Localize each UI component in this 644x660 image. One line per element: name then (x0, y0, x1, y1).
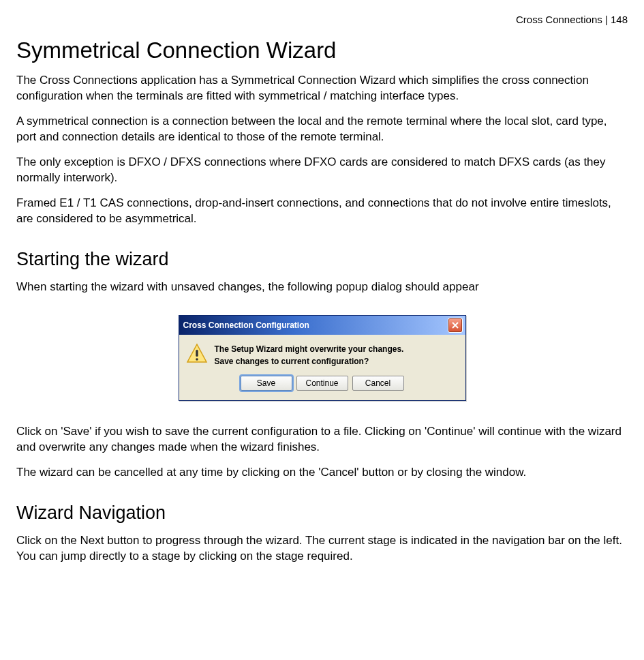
svg-rect-3 (196, 350, 198, 357)
body-text: The Cross Connections application has a … (16, 73, 628, 104)
svg-point-4 (196, 359, 198, 361)
page-header: Cross Connections | 148 (16, 14, 628, 25)
cancel-button[interactable]: Cancel (352, 376, 404, 391)
heading-wizard-navigation: Wizard Navigation (16, 502, 628, 524)
dialog-screenshot: Cross Connection Configuration The Setup… (16, 315, 628, 401)
dialog-body: The Setup Wizard might overwrite your ch… (179, 335, 465, 372)
continue-button[interactable]: Continue (296, 376, 348, 391)
heading-symmetrical-wizard: Symmetrical Connection Wizard (16, 38, 628, 63)
body-text: The only exception is DFXO / DFXS connec… (16, 155, 628, 186)
dialog-message-line: Save changes to current configuration? (215, 355, 404, 368)
body-text: A symmetrical connection is a connection… (16, 114, 628, 145)
body-text: Click on the Next button to progress thr… (16, 533, 628, 565)
warning-icon (186, 343, 208, 365)
dialog-message: The Setup Wizard might overwrite your ch… (215, 343, 404, 368)
close-button[interactable] (448, 318, 463, 333)
close-icon (452, 322, 459, 329)
dialog-titlebar: Cross Connection Configuration (179, 316, 465, 335)
body-text: When starting the wizard with unsaved ch… (16, 280, 628, 295)
dialog-title: Cross Connection Configuration (183, 320, 309, 330)
dialog-message-line: The Setup Wizard might overwrite your ch… (215, 343, 404, 355)
body-text: Framed E1 / T1 CAS connections, drop-and… (16, 196, 628, 227)
body-text: Click on 'Save' if you wish to save the … (16, 424, 628, 455)
body-text: The wizard can be cancelled at any time … (16, 465, 628, 481)
dialog-button-row: Save Continue Cancel (179, 372, 465, 400)
heading-starting-wizard: Starting the wizard (16, 249, 628, 270)
save-button[interactable]: Save (241, 376, 292, 391)
dialog-window: Cross Connection Configuration The Setup… (179, 315, 466, 401)
